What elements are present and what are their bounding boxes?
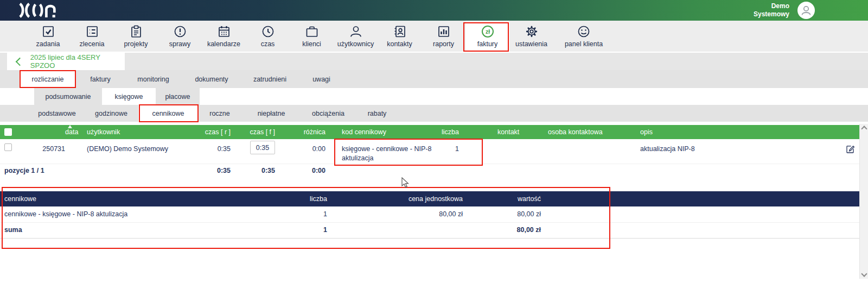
column-roznica[interactable]: różnica [282,125,326,139]
tab-label: podstawowe [38,110,76,117]
top-header-bar: Demo Systemowy [0,0,868,21]
checkbox-checked-icon [41,24,55,39]
user-name-line1: Demo [754,2,789,10]
app-window: Demo Systemowy zadania zlecenia [0,0,868,288]
total-liczba: 1 [284,222,327,238]
czas-f-input[interactable] [250,141,275,154]
toolbar-item-panel-klienta[interactable]: panel klienta [553,21,614,52]
toolbar-item-zadania[interactable]: zadania [26,21,70,52]
toolbar-label: panel klienta [565,40,603,48]
tab-faktury[interactable]: faktury [76,70,125,88]
tab-godzinowe[interactable]: godzinowe [84,105,138,122]
tab-monitoring[interactable]: monitoring [125,70,182,88]
tab-label: monitoring [137,76,169,83]
tab-label: podsumowanie [45,93,91,101]
mouse-cursor [401,177,410,189]
tab-cennikowe[interactable]: cennikowe [138,105,198,122]
tab-placowe[interactable]: płacowe [156,88,200,105]
cell-uzytkownik: (DEMO) Demo Systemowy [87,145,168,154]
toolbar-item-kalendarze[interactable]: kalendarze [202,21,246,52]
entries-summary-row: pozycje 1 / 1 0:35 0:35 0:00 [0,164,859,177]
tab-ksiegowe[interactable]: księgowe [102,88,156,105]
tab-rabaty[interactable]: rabaty [355,105,399,122]
summary-czas-r: 0:35 [187,164,231,177]
pricing-table-header: cennikowe liczba cena jednostkowa wartoś… [0,191,859,206]
toolbar-item-zlecenia[interactable]: zlecenia [70,21,114,52]
total-wartosc: 80,00 zł [497,222,541,238]
column-opis[interactable]: opis [640,125,653,139]
vertical-scrollbar[interactable] [859,124,868,279]
total-label: suma [4,222,22,238]
toolbar-item-kontakty[interactable]: kontakty [378,21,422,52]
tab-obciazenia[interactable]: obciążenia [301,105,355,122]
tab-label: dokumenty [195,76,228,83]
tab-uwagi[interactable]: uwagi [298,70,344,88]
column-kontakt[interactable]: kontakt [497,125,519,139]
toolbar-item-ustawienia[interactable]: ustawienia [509,21,553,52]
tabs-level1: rozliczanie faktury monitoring dokumenty… [0,70,868,88]
toolbar-label: zadania [36,40,60,48]
entries-table-header: data użytkownik czas [ r ] czas [ f ] ró… [0,125,859,139]
edit-pencil-icon [845,144,856,154]
select-all-checkbox[interactable] [4,128,12,136]
column-wartosc: wartość [497,191,541,206]
toolbar-label: kalendarze [207,40,240,48]
tab-podsumowanie[interactable]: podsumowanie [34,88,102,105]
breadcrumb-label[interactable]: 2025 lipiec dla 4SERY SPZOO [30,53,125,70]
cell-czas-r: 0:35 [187,145,231,154]
toolbar-item-raporty[interactable]: raporty [422,21,465,52]
toolbar-label: ustawienia [515,40,547,48]
toolbar-label: raporty [433,40,454,48]
tab-podstawowe[interactable]: podstawowe [30,105,84,122]
toolbar-label: faktury [477,40,498,48]
toolbar-item-faktury[interactable]: zł faktury [465,21,509,52]
toolbar-label: projekty [124,40,148,48]
scroll-up-arrow-icon[interactable] [861,126,867,132]
column-osoba-kontaktowa[interactable]: osoba kontaktowa [548,125,603,139]
tab-label: roczne [209,110,230,117]
breadcrumb[interactable]: 2025 lipiec dla 4SERY SPZOO [7,53,125,70]
main-toolbar: zadania zlecenia projekty sprawy [0,21,868,52]
table-row: 250731 (DEMO) Demo Systemowy 0:35 0:00 k… [0,139,859,164]
toolbar-label: kontakty [387,40,412,48]
tab-label: rabaty [368,110,387,117]
tab-label: rozliczanie [31,76,63,83]
column-liczba[interactable]: liczba [417,125,459,139]
toolbar-item-uzytkownicy[interactable]: użytkownicy [334,21,378,52]
tab-label: płacowe [165,93,190,101]
column-uzytkownik[interactable]: użytkownik [87,125,120,139]
tab-label: zatrudnieni [253,76,286,83]
logged-in-user[interactable]: Demo Systemowy [754,2,789,18]
bar-chart-icon [437,24,451,39]
tab-dokumenty[interactable]: dokumenty [182,70,241,88]
xon-logo [18,3,65,18]
toolbar-item-czas[interactable]: czas [246,21,290,52]
cell-wartosc: 80,00 zł [497,206,541,222]
tab-zatrudnieni[interactable]: zatrudnieni [241,70,298,88]
pricing-total-row: suma 1 80,00 zł [0,222,859,239]
tab-roczne[interactable]: roczne [198,105,241,122]
column-czas-r[interactable]: czas [ r ] [187,125,231,139]
cell-cennikowe: cennikowe - księgowe - NIP-8 aktulizacja [4,206,127,222]
gear-icon [525,24,539,39]
list-icon [85,24,99,39]
scroll-down-arrow-icon[interactable] [861,271,867,277]
cell-liczba: 1 [284,206,327,222]
toolbar-item-projekty[interactable]: projekty [114,21,158,52]
toolbar-item-klienci[interactable]: klienci [290,21,334,52]
calendar-icon [217,24,231,39]
toolbar-label: użytkownicy [337,40,374,48]
tab-nieplatne[interactable]: niepłatne [241,105,301,122]
row-checkbox[interactable] [4,143,12,151]
tab-label: obciążenia [312,110,344,117]
cell-opis: aktualizacja NIP-8 [640,145,695,154]
column-czas-f[interactable]: czas [ f ] [232,125,275,139]
summary-roznica: 0:00 [282,164,326,177]
back-chevron-icon[interactable] [16,57,24,65]
column-cennikowe: cennikowe [4,191,36,206]
edit-row-button[interactable] [845,144,856,155]
toolbar-item-sprawy[interactable]: sprawy [158,21,202,52]
tab-rozliczanie[interactable]: rozliczanie [20,70,76,88]
user-avatar[interactable] [797,2,815,19]
smiley-icon [577,24,591,39]
